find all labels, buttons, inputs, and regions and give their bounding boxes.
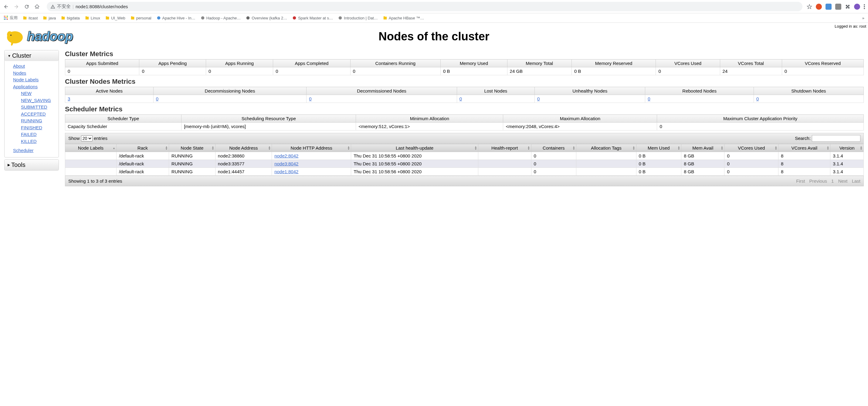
- sort-icon: ▲▼: [775, 146, 777, 150]
- table-cell: node2:38860: [215, 152, 272, 160]
- entries-label: entries: [94, 136, 107, 141]
- pager-first[interactable]: First: [796, 179, 805, 184]
- bookmark-item[interactable]: UI_Web: [105, 15, 125, 20]
- bookmark-item[interactable]: java: [42, 15, 56, 20]
- metrics-value: 0: [139, 67, 206, 75]
- metrics-link[interactable]: 0: [756, 96, 759, 101]
- nodes-column-header[interactable]: Health-report▲▼: [478, 144, 531, 152]
- address-bar[interactable]: 不安全 | node1:8088/cluster/nodes: [47, 2, 802, 11]
- nodes-column-header[interactable]: VCores Avail▲▼: [778, 144, 830, 152]
- sort-icon: ▲: [113, 147, 115, 149]
- sidebar-about[interactable]: About: [13, 63, 54, 70]
- nodes-column-header[interactable]: Mem Avail▲▼: [681, 144, 724, 152]
- table-cell: 0: [531, 160, 576, 168]
- ext-icon-3[interactable]: [835, 4, 841, 10]
- ext-icon-1[interactable]: [816, 4, 822, 10]
- pager-prev[interactable]: Previous: [809, 179, 827, 184]
- nodes-column-header[interactable]: Rack▲▼: [116, 144, 169, 152]
- metrics-link[interactable]: 0: [648, 96, 650, 101]
- sort-icon: ▲▼: [677, 146, 680, 150]
- sidebar-nodes[interactable]: Nodes: [13, 70, 54, 77]
- cluster-panel-header[interactable]: ▼ Cluster: [5, 50, 59, 61]
- forward-button[interactable]: [13, 4, 20, 10]
- sidebar-failed[interactable]: FAILED: [21, 131, 54, 138]
- menu-icon[interactable]: [864, 4, 865, 9]
- table-cell: Thu Dec 31 10:58:55 +0800 2020: [351, 152, 478, 160]
- ext-icon-2[interactable]: [826, 4, 832, 10]
- metrics-header: Rebooted Nodes: [645, 87, 754, 95]
- page-size-select[interactable]: 20: [81, 135, 93, 142]
- bookmarks-overflow[interactable]: »: [862, 16, 864, 20]
- scheduler-metrics-table: Scheduler TypeScheduling Resource TypeMi…: [65, 115, 864, 130]
- sort-icon: ▲▼: [212, 146, 214, 150]
- metrics-header: Maximum Allocation: [503, 115, 657, 123]
- nodes-column-header[interactable]: Containers▲▼: [531, 144, 576, 152]
- metrics-header: Apps Running: [206, 60, 273, 67]
- tools-label: Tools: [11, 161, 26, 168]
- sidebar-running[interactable]: RUNNING: [21, 118, 54, 124]
- bookmark-item[interactable]: Hadoop - Apache…: [200, 15, 241, 20]
- apps-button[interactable]: 应用: [4, 15, 18, 21]
- table-cell: 8: [778, 152, 830, 160]
- star-icon[interactable]: [807, 4, 812, 9]
- tools-panel-header[interactable]: ▶ Tools: [5, 160, 59, 170]
- pager-last[interactable]: Last: [852, 179, 860, 184]
- sidebar-submitted[interactable]: SUBMITTED: [21, 104, 54, 111]
- nodes-column-header[interactable]: Version▲▼: [830, 144, 864, 152]
- node-http-link[interactable]: node3:8042: [274, 161, 298, 166]
- bookmark-item[interactable]: itcast: [23, 15, 38, 20]
- node-http-link[interactable]: node1:8042: [274, 169, 298, 174]
- nodes-column-header[interactable]: Last health-update▲▼: [351, 144, 478, 152]
- sidebar-node-labels[interactable]: Node Labels: [13, 76, 54, 84]
- table-cell: 3.1.4: [830, 160, 864, 168]
- metrics-link[interactable]: 0: [156, 96, 158, 101]
- metrics-link[interactable]: 0: [309, 96, 311, 101]
- bookmark-label: Hadoop - Apache…: [206, 16, 241, 20]
- bookmark-item[interactable]: Apache HBase ™…: [383, 15, 424, 20]
- nodes-column-header[interactable]: Node HTTP Address▲▼: [272, 144, 351, 152]
- sidebar-accepted[interactable]: ACCEPTED: [21, 111, 54, 118]
- sidebar-scheduler[interactable]: Scheduler: [13, 147, 54, 154]
- reload-button[interactable]: [24, 4, 30, 10]
- page-title: Nodes of the cluster: [378, 30, 489, 43]
- pager-page[interactable]: 1: [831, 179, 834, 184]
- bookmark-item[interactable]: Spark Master at s…: [292, 15, 333, 20]
- node-http-link[interactable]: node2:8042: [274, 153, 298, 158]
- bookmark-item[interactable]: Overview (kafka 2…: [246, 15, 287, 20]
- back-button[interactable]: [3, 4, 9, 10]
- sidebar-applications[interactable]: Applications: [13, 84, 54, 90]
- cluster-metrics-heading: Cluster Metrics: [65, 50, 864, 58]
- sidebar-killed[interactable]: KILLED: [21, 138, 54, 145]
- pager-next[interactable]: Next: [838, 179, 848, 184]
- profile-avatar[interactable]: [854, 4, 860, 10]
- nodes-column-header[interactable]: Node Labels▲: [65, 144, 117, 152]
- bookmark-item[interactable]: Linux: [85, 15, 100, 20]
- metrics-link[interactable]: 0: [460, 96, 462, 101]
- sidebar-new-saving[interactable]: NEW_SAVING: [21, 97, 54, 104]
- nodes-column-header[interactable]: Node Address▲▼: [215, 144, 272, 152]
- bookmark-item[interactable]: Introduction | Dat…: [338, 15, 378, 20]
- home-button[interactable]: [34, 4, 40, 10]
- nodes-column-header[interactable]: VCores Used▲▼: [724, 144, 778, 152]
- nodes-column-header[interactable]: Mem Used▲▼: [636, 144, 681, 152]
- svg-point-1: [864, 6, 865, 7]
- nodes-column-header[interactable]: Node State▲▼: [169, 144, 215, 152]
- sort-icon: ▲▼: [827, 146, 829, 150]
- url-text: node1:8088/cluster/nodes: [75, 4, 128, 9]
- bookmark-item[interactable]: bigdata: [61, 15, 80, 20]
- table-cell: 0: [724, 160, 778, 168]
- svg-point-14: [246, 17, 250, 20]
- sidebar-finished[interactable]: FINISHED: [21, 124, 54, 131]
- puzzle-icon[interactable]: [845, 4, 850, 9]
- metrics-link[interactable]: 0: [537, 96, 539, 101]
- metrics-link[interactable]: 3: [68, 96, 70, 101]
- bookmark-item[interactable]: Apache Hive - In…: [156, 15, 195, 20]
- sidebar-new[interactable]: NEW: [21, 90, 54, 97]
- sidebar: ▼ Cluster About Nodes Node Labels Applic…: [4, 50, 59, 186]
- sort-icon: ▲▼: [632, 146, 635, 150]
- search-input[interactable]: [812, 135, 860, 142]
- bookmark-item[interactable]: personal: [130, 15, 151, 20]
- nodes-column-header[interactable]: Allocation Tags▲▼: [576, 144, 636, 152]
- svg-rect-6: [4, 17, 5, 18]
- table-cell: 0: [531, 152, 576, 160]
